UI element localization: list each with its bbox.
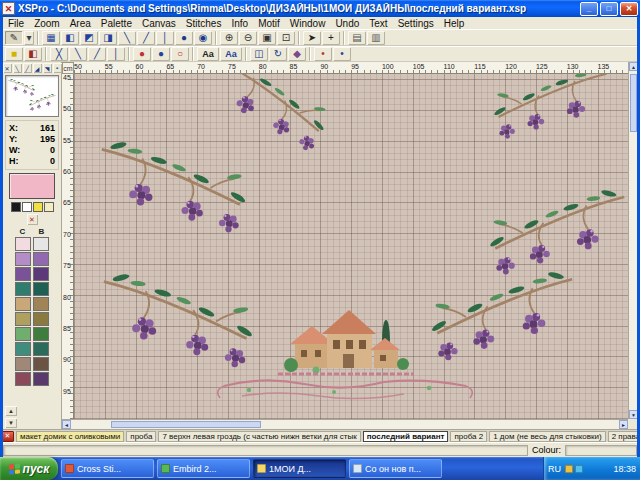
- text-latin-tool[interactable]: Aa: [197, 47, 219, 61]
- horizontal-scrollbar[interactable]: ◄ ►: [62, 419, 628, 429]
- palette-swatch-b[interactable]: [33, 372, 49, 386]
- backstitch-vertical-tool[interactable]: │: [156, 31, 174, 45]
- knot-red-tool[interactable]: ●: [133, 47, 151, 61]
- zoom-in-tool[interactable]: ⊕: [220, 31, 238, 45]
- current-color-swatch[interactable]: [9, 173, 55, 199]
- full-stitch-tool[interactable]: ▦: [42, 31, 60, 45]
- vertical-scroll-thumb[interactable]: [630, 74, 637, 132]
- dot-blue-tool[interactable]: •: [333, 47, 351, 61]
- quick-color-swatch[interactable]: [33, 202, 43, 212]
- pattern-tab[interactable]: последний вариант: [363, 431, 449, 442]
- palette-swatch-c[interactable]: [15, 252, 31, 266]
- motif-preview-box[interactable]: [5, 75, 59, 117]
- toolbar-button[interactable]: [298, 31, 300, 45]
- language-indicator[interactable]: RU: [548, 464, 561, 474]
- task-button[interactable]: Embird 2...: [157, 459, 250, 478]
- task-button[interactable]: 1МОИ Д...: [253, 459, 346, 478]
- toolbar-button[interactable]: [45, 47, 47, 61]
- palette-swatch-b[interactable]: [33, 357, 49, 371]
- palette-swatch-c[interactable]: [15, 357, 31, 371]
- vertical-scrollbar[interactable]: ▲ ▼: [628, 62, 637, 419]
- stitch-variant-dot[interactable]: ▪: [53, 63, 62, 73]
- menu-item[interactable]: Area: [65, 18, 96, 29]
- rotate-tool[interactable]: ↻: [269, 47, 287, 61]
- palette-swatch-b[interactable]: [33, 297, 49, 311]
- toolbar-button[interactable]: [343, 31, 345, 45]
- stitch-variant-half-lower[interactable]: ◢: [33, 63, 42, 73]
- stitch-half-tool[interactable]: ╲: [69, 47, 87, 61]
- task-button[interactable]: Cross Sti...: [61, 459, 154, 478]
- menu-item[interactable]: Info: [226, 18, 253, 29]
- dot-red-tool[interactable]: •: [314, 47, 332, 61]
- start-button[interactable]: пуск: [0, 457, 58, 480]
- scroll-left-arrow[interactable]: ◄: [62, 420, 71, 429]
- french-knot-tool[interactable]: ●: [175, 31, 193, 45]
- zoom-100-tool[interactable]: ▣: [258, 31, 276, 45]
- select-arrow-tool[interactable]: ➤: [303, 31, 321, 45]
- bead-tool[interactable]: ◉: [194, 31, 212, 45]
- menu-item[interactable]: Stitches: [181, 18, 227, 29]
- stitch-cross-tool[interactable]: ╳: [50, 47, 68, 61]
- tray-icon[interactable]: [575, 465, 583, 473]
- no-color-button[interactable]: ✕: [27, 214, 38, 225]
- quick-color-swatch[interactable]: [44, 202, 54, 212]
- tray-icon[interactable]: [565, 465, 573, 473]
- palette-scroll-up-button[interactable]: ▲: [5, 406, 17, 416]
- pattern-tab[interactable]: проба 2: [450, 431, 487, 442]
- palette-swatch-b[interactable]: [33, 342, 49, 356]
- maximize-button[interactable]: □: [600, 2, 618, 16]
- zoom-out-tool[interactable]: ⊖: [239, 31, 257, 45]
- print-tool[interactable]: ▥: [367, 31, 385, 45]
- backstitch-tool[interactable]: ╲: [118, 31, 136, 45]
- menu-item[interactable]: Text: [364, 18, 392, 29]
- horizontal-scroll-thumb[interactable]: [111, 421, 261, 428]
- menu-item[interactable]: Canvas: [137, 18, 181, 29]
- palette-swatch-b[interactable]: [33, 237, 49, 251]
- palette-swatch-c[interactable]: [15, 372, 31, 386]
- stitch-quarter-tool[interactable]: ╱: [88, 47, 106, 61]
- stitch-variant-half-upper[interactable]: ◥: [43, 63, 52, 73]
- palette-swatch-b[interactable]: [33, 312, 49, 326]
- task-button[interactable]: Со он нов п...: [349, 459, 442, 478]
- palette-swatch-b[interactable]: [33, 267, 49, 281]
- menu-item[interactable]: Undo: [330, 18, 364, 29]
- close-button[interactable]: ✕: [620, 2, 638, 16]
- move-tool[interactable]: +: [322, 31, 340, 45]
- menu-item[interactable]: Window: [285, 18, 331, 29]
- toolbar-button[interactable]: [245, 47, 247, 61]
- half-stitch-tool[interactable]: ◧: [61, 31, 79, 45]
- zoom-area-tool[interactable]: ⊡: [277, 31, 295, 45]
- pattern-tab[interactable]: 1 дом (не весь для стыковки): [489, 431, 606, 442]
- toolbar-button[interactable]: [192, 47, 194, 61]
- pencil-tool[interactable]: ✎: [5, 31, 23, 45]
- toolbar-button[interactable]: [215, 31, 217, 45]
- backstitch-diagonal-tool[interactable]: ╱: [137, 31, 155, 45]
- pattern-tab[interactable]: 7 верхн левая гроздь (с частью нижн ветк…: [158, 431, 360, 442]
- palette-swatch-c[interactable]: [15, 237, 31, 251]
- quarter-stitch-tool[interactable]: ◩: [80, 31, 98, 45]
- quick-color-swatch[interactable]: [22, 202, 32, 212]
- grid-toggle-tool[interactable]: ▤: [348, 31, 366, 45]
- pattern-tab[interactable]: макет домик с оливковыми: [16, 431, 124, 442]
- menu-item[interactable]: Settings: [393, 18, 439, 29]
- menu-item[interactable]: Zoom: [29, 18, 65, 29]
- palette-swatch-b[interactable]: [33, 327, 49, 341]
- palette-swatch-c[interactable]: [15, 312, 31, 326]
- palette-swatch-c[interactable]: [15, 282, 31, 296]
- palette-scroll-down-button[interactable]: ▼: [5, 418, 17, 428]
- knot-blue-tool[interactable]: ●: [152, 47, 170, 61]
- motif-library-tool[interactable]: ◆: [288, 47, 306, 61]
- menu-item[interactable]: File: [3, 18, 29, 29]
- stitch-variant-cross[interactable]: ✕: [3, 63, 12, 73]
- toolbar-button[interactable]: [128, 47, 130, 61]
- palette-swatch-c[interactable]: [15, 342, 31, 356]
- palette-color-tool[interactable]: ■: [5, 47, 23, 61]
- quick-color-swatch[interactable]: [11, 202, 21, 212]
- palette-swatch-b[interactable]: [33, 252, 49, 266]
- scroll-right-arrow[interactable]: ►: [619, 420, 628, 429]
- pencil-dropdown[interactable]: ▾: [24, 31, 34, 45]
- menu-item[interactable]: Help: [439, 18, 470, 29]
- toolbar-button[interactable]: [309, 47, 311, 61]
- palette-swatch-c[interactable]: [15, 297, 31, 311]
- palette-swatch-b[interactable]: [33, 282, 49, 296]
